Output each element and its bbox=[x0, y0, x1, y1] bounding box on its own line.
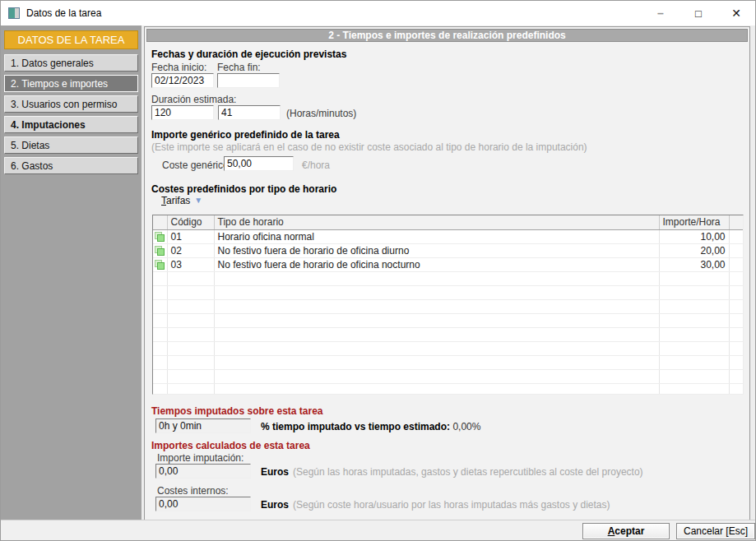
costes-internos-field bbox=[155, 497, 251, 511]
sidebar-item-dietas[interactable]: 5. Dietas bbox=[4, 136, 138, 154]
sidebar: DATOS DE LA TAREA 1. Datos generales 2. … bbox=[1, 25, 141, 521]
footer-bar: Aceptar Cancelar [Esc] bbox=[1, 520, 755, 540]
section-fechas-title: Fechas y duración de ejecución previstas bbox=[151, 49, 346, 60]
app-icon bbox=[8, 7, 20, 19]
panel-title: 2 - Tiempos e importes de realización pr… bbox=[146, 29, 748, 42]
tarifa-row-icon bbox=[155, 232, 165, 242]
tarifas-menu-button[interactable]: Tarifas ▼ bbox=[161, 195, 202, 206]
col-icon bbox=[153, 215, 167, 229]
costes-internos-note: (Según coste hora/usuario por las horas … bbox=[293, 499, 610, 511]
empty-table-row bbox=[153, 327, 743, 341]
section-tiempos-imputados-title: Tiempos imputados sobre esta tarea bbox=[151, 405, 323, 417]
col-spacer bbox=[729, 215, 743, 229]
maximize-button[interactable]: □ bbox=[679, 1, 717, 25]
section-importes-calculados-title: Importes calculados de esta tarea bbox=[151, 440, 310, 451]
cell-importe: 10,00 bbox=[659, 229, 729, 243]
empty-table-row bbox=[153, 383, 743, 395]
duracion-label: Duración estimada: bbox=[151, 94, 236, 105]
cell-tipo: No festivo fuera de horario de oficina d… bbox=[214, 243, 659, 257]
cell-importe: 30,00 bbox=[659, 257, 729, 271]
window-title: Datos de la tarea bbox=[26, 7, 101, 19]
fecha-fin-label: Fecha fin: bbox=[217, 62, 261, 73]
pct-value: 0,00% bbox=[452, 421, 480, 432]
sidebar-item-imputaciones[interactable]: 4. Imputaciones bbox=[4, 116, 138, 133]
sidebar-header: DATOS DE LA TAREA bbox=[4, 30, 138, 49]
table-row[interactable]: 02 No festivo fuera de horario de oficin… bbox=[153, 243, 743, 257]
empty-table-row bbox=[153, 369, 743, 383]
empty-table-row bbox=[153, 355, 743, 369]
cell-tipo: No festivo fuera de horario de oficina n… bbox=[214, 257, 659, 271]
importe-imputacion-note: (Según las horas imputadas, gastos y die… bbox=[293, 466, 643, 478]
pct-label-text: % tiempo imputado vs tiempo estimado: bbox=[261, 421, 450, 432]
cell-codigo: 01 bbox=[167, 229, 214, 243]
duracion-horas-input[interactable] bbox=[151, 105, 214, 120]
cell-codigo: 02 bbox=[167, 243, 214, 257]
sidebar-item-datos-generales[interactable]: 1. Datos generales bbox=[4, 54, 138, 72]
section-costes-predefinidos-title: Costes predefinidos por tipo de horario bbox=[151, 183, 336, 195]
tarifa-row-icon bbox=[155, 246, 165, 256]
task-data-dialog: Datos de la tarea – □ ✕ DATOS DE LA TARE… bbox=[0, 0, 756, 541]
fecha-fin-input[interactable] bbox=[217, 73, 280, 88]
aceptar-button-label: Aceptar bbox=[608, 525, 645, 537]
importe-imputacion-unit: Euros bbox=[261, 466, 289, 478]
cell-importe: 20,00 bbox=[659, 243, 729, 257]
fecha-inicio-input[interactable] bbox=[151, 73, 214, 88]
costes-internos-label: Costes internos: bbox=[157, 485, 229, 497]
sidebar-item-tiempos-importes[interactable]: 2. Tiempos e importes bbox=[4, 75, 138, 92]
costes-internos-unit: Euros bbox=[261, 499, 289, 511]
cell-codigo: 03 bbox=[167, 257, 214, 271]
tarifas-table-body: 01 Horario oficina normal 10,00 02 No fe… bbox=[153, 229, 743, 395]
minimize-button[interactable]: – bbox=[642, 1, 679, 25]
tarifa-row-icon bbox=[155, 260, 165, 270]
importe-generico-note: (Este importe se aplicará en el caso de … bbox=[151, 141, 587, 153]
empty-table-row bbox=[153, 299, 743, 313]
coste-generico-unit: €/hora bbox=[302, 160, 330, 171]
window-controls: – □ ✕ bbox=[642, 1, 755, 25]
tiempo-imputado-field bbox=[155, 418, 251, 433]
empty-table-row bbox=[153, 271, 743, 285]
dialog-body: DATOS DE LA TAREA 1. Datos generales 2. … bbox=[1, 25, 756, 521]
empty-table-row bbox=[153, 341, 743, 355]
cell-tipo: Horario oficina normal bbox=[214, 229, 659, 243]
cancelar-button[interactable]: Cancelar [Esc] bbox=[676, 523, 755, 539]
tarifas-table: Código Tipo de horario Importe/Hora 01 H… bbox=[152, 215, 744, 395]
title-bar: Datos de la tarea – □ ✕ bbox=[1, 1, 755, 25]
col-codigo[interactable]: Código bbox=[167, 215, 214, 229]
coste-generico-input[interactable] bbox=[224, 156, 294, 171]
empty-table-row bbox=[153, 285, 743, 299]
sidebar-item-gastos[interactable]: 6. Gastos bbox=[4, 157, 138, 174]
table-row[interactable]: 01 Horario oficina normal 10,00 bbox=[153, 229, 743, 243]
close-button[interactable]: ✕ bbox=[717, 1, 755, 25]
sidebar-item-usuarios-permiso[interactable]: 3. Usuarios con permiso bbox=[4, 95, 138, 113]
section-importe-generico-title: Importe genérico predefinido de la tarea bbox=[151, 129, 340, 141]
table-header-row: Código Tipo de horario Importe/Hora bbox=[153, 215, 743, 229]
pct-tiempo-label: % tiempo imputado vs tiempo estimado: 0,… bbox=[261, 421, 480, 432]
main-panel: 2 - Tiempos e importes de realización pr… bbox=[144, 26, 750, 520]
cancelar-button-label: Cancelar [Esc] bbox=[684, 525, 748, 537]
importe-imputacion-label: Importe imputación: bbox=[157, 452, 243, 464]
importe-imputacion-field bbox=[155, 464, 251, 479]
coste-generico-label: Coste genérico: bbox=[162, 160, 231, 171]
dropdown-arrow-icon: ▼ bbox=[194, 197, 202, 205]
aceptar-button[interactable]: Aceptar bbox=[582, 523, 670, 539]
duracion-minutos-input[interactable] bbox=[218, 105, 281, 120]
empty-table-row bbox=[153, 313, 743, 327]
duracion-hint: (Horas/minutos) bbox=[286, 108, 356, 119]
tarifas-button-label: Tarifas bbox=[161, 195, 190, 206]
fecha-inicio-label: Fecha inicio: bbox=[151, 62, 206, 73]
table-row[interactable]: 03 No festivo fuera de horario de oficin… bbox=[153, 257, 743, 271]
col-importe-hora[interactable]: Importe/Hora bbox=[659, 215, 729, 229]
col-tipo-horario[interactable]: Tipo de horario bbox=[214, 215, 659, 229]
